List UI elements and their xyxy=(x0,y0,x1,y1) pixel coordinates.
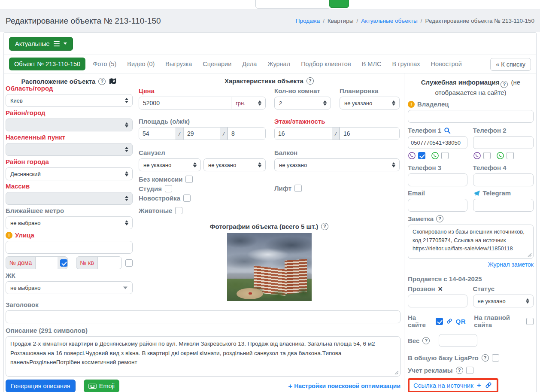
area-total-input[interactable] xyxy=(139,128,176,140)
help-icon[interactable]: ? xyxy=(436,215,443,222)
telegram-input[interactable] xyxy=(473,199,534,212)
apt-number-input[interactable] xyxy=(97,257,121,269)
page-header: Редактирование объекта № 213-110-150 Про… xyxy=(0,9,540,32)
top-search-input[interactable] xyxy=(255,0,331,9)
layout-select[interactable]: не указано xyxy=(340,97,400,109)
tab-client-match[interactable]: Подбор клиентов xyxy=(301,61,351,67)
map-icon[interactable] xyxy=(109,77,117,85)
tab-newbuild[interactable]: Новострой xyxy=(431,61,462,67)
description-textarea[interactable]: Продаж 2-х кімнатної квартири в Деснянсь… xyxy=(6,337,400,376)
note-textarea[interactable]: Скопировано из базы внешних источников, … xyxy=(408,225,533,258)
price-input[interactable] xyxy=(139,97,231,109)
resize-handle-icon[interactable] xyxy=(394,371,399,375)
tab-object[interactable]: Объект № 213-110-150 xyxy=(9,58,85,70)
region-select[interactable]: Киев xyxy=(6,94,133,107)
floors-total-input[interactable] xyxy=(340,128,399,140)
description-field: Продаж 2-х кімнатної квартири в Деснянсь… xyxy=(6,336,400,377)
studio-checkbox[interactable] xyxy=(165,185,172,192)
rooms-select[interactable]: 2 xyxy=(274,97,331,109)
massif-select[interactable] xyxy=(6,192,133,205)
breadcrumb-link-sale[interactable]: Продажа xyxy=(296,18,320,24)
on-site-checkbox[interactable] xyxy=(436,318,443,325)
bathroom-select-1[interactable]: не указано xyxy=(139,158,201,171)
phone2-whatsapp-checkbox[interactable] xyxy=(507,152,514,159)
balcony-select[interactable]: не указано xyxy=(274,158,400,171)
area-kitchen-input[interactable] xyxy=(228,128,265,140)
qr-link[interactable]: QR xyxy=(456,318,466,325)
seo-settings-link[interactable]: + Настройки поисковой оптимизации xyxy=(288,383,400,390)
house-number-checkbox[interactable] xyxy=(60,259,67,267)
link-icon[interactable] xyxy=(485,381,492,389)
top-search-button[interactable] xyxy=(329,0,349,8)
no-commission-checkbox[interactable] xyxy=(185,176,193,183)
region-field: Область/город Киев xyxy=(6,85,133,107)
tab-tasks[interactable]: Дела xyxy=(242,61,257,67)
help-icon[interactable]: ? xyxy=(456,367,463,374)
help-icon[interactable]: ? xyxy=(98,78,106,85)
district-city-select[interactable] xyxy=(6,119,133,131)
tab-scenarios[interactable]: Сценарии xyxy=(203,61,231,67)
help-icon[interactable]: ? xyxy=(422,337,430,344)
house-apt-row: № дома № кв xyxy=(6,256,133,269)
phone2-viber-checkbox[interactable] xyxy=(483,152,491,159)
status-select[interactable]: не указано xyxy=(473,295,534,307)
new-building-checkbox[interactable] xyxy=(183,194,191,202)
ligapro-checkbox[interactable] xyxy=(492,354,499,362)
help-icon[interactable]: ? xyxy=(482,354,489,362)
tab-video[interactable]: Видео (0) xyxy=(127,61,155,67)
phone1-viber-checkbox[interactable] xyxy=(418,152,425,159)
weight-input[interactable] xyxy=(439,334,477,347)
apt-number-checkbox[interactable] xyxy=(125,259,133,267)
help-icon[interactable]: ? xyxy=(321,223,328,230)
phone3-input[interactable] xyxy=(408,173,467,186)
emoji-button[interactable]: Emoji xyxy=(84,380,119,392)
tab-groups[interactable]: В группах xyxy=(392,61,420,67)
owner-input[interactable] xyxy=(408,110,534,123)
clear-icon[interactable]: ✕ xyxy=(438,286,443,292)
on-main-checkbox[interactable] xyxy=(526,318,534,325)
bathroom-select-2[interactable]: не указано xyxy=(203,158,266,171)
phone2-input[interactable] xyxy=(473,136,534,149)
house-number-group: № дома xyxy=(6,256,68,269)
complex-select[interactable]: не выбрано xyxy=(6,281,133,294)
resize-handle-icon[interactable] xyxy=(528,253,532,257)
viber-icon xyxy=(473,152,481,160)
elevator-checkbox[interactable] xyxy=(294,185,302,192)
phone4-input[interactable] xyxy=(473,173,534,186)
tab-export[interactable]: Выгрузка xyxy=(165,61,192,67)
breadcrumb-link-actual[interactable]: Актуальные объекты xyxy=(361,18,418,24)
help-icon[interactable]: ? xyxy=(501,81,508,88)
settlement-select[interactable] xyxy=(6,143,133,156)
link-icon[interactable] xyxy=(446,317,453,325)
search-icon[interactable] xyxy=(444,127,451,134)
tab-mls[interactable]: В МЛС xyxy=(362,61,382,67)
metro-select[interactable]: не выбрано xyxy=(6,216,133,229)
object-photo[interactable] xyxy=(227,233,312,301)
layout-field: Планировка не указано xyxy=(340,88,400,109)
street-input[interactable] xyxy=(6,241,133,254)
city-district-select[interactable]: Деснянский xyxy=(6,167,133,180)
phone1-input[interactable] xyxy=(408,136,467,149)
generate-description-button[interactable]: Генерация описания xyxy=(6,380,76,392)
tab-photos[interactable]: Фото (5) xyxy=(93,61,116,67)
ads-checkbox[interactable] xyxy=(466,367,473,374)
floor-input[interactable] xyxy=(275,128,332,140)
help-icon[interactable]: ? xyxy=(306,77,314,85)
currency-select[interactable]: грн. xyxy=(231,97,265,109)
select-caret-icon xyxy=(125,220,128,225)
headline-input[interactable] xyxy=(6,310,400,323)
notes-log-link[interactable]: Журнал заметок xyxy=(488,261,534,268)
plus-icon[interactable]: + xyxy=(477,382,481,389)
house-number-input[interactable] xyxy=(35,257,58,269)
source-link[interactable]: Ссылка на источник xyxy=(413,382,473,389)
ligapro-row: В общую базу LigaPro ? xyxy=(408,354,534,362)
breadcrumb-flats: Квартиры xyxy=(328,18,354,24)
status-dropdown-button[interactable]: Актуальные xyxy=(9,37,73,51)
tab-journal[interactable]: Журнал xyxy=(267,61,290,67)
phone1-whatsapp-checkbox[interactable] xyxy=(441,152,449,159)
back-to-list-button[interactable]: « К списку xyxy=(490,58,531,71)
call-input[interactable] xyxy=(408,295,467,307)
pets-checkbox[interactable] xyxy=(175,207,182,214)
email-input[interactable] xyxy=(408,199,467,212)
area-living-input[interactable] xyxy=(184,128,220,140)
